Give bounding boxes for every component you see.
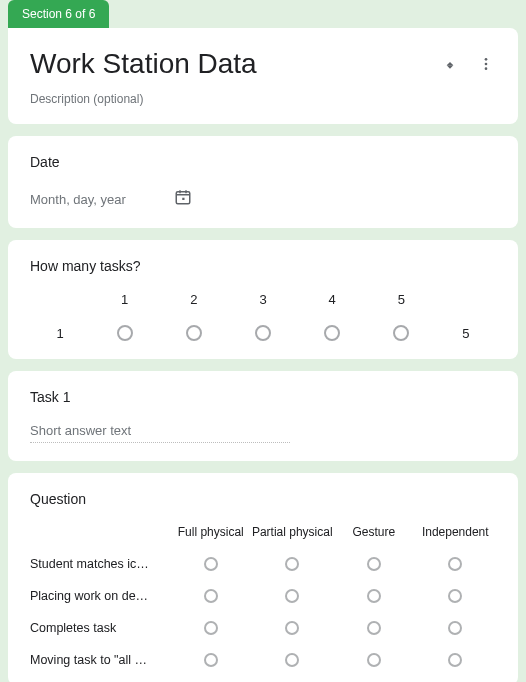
grid-column-header[interactable]: Gesture [333, 525, 415, 539]
grid-radio[interactable] [204, 557, 218, 571]
scale-option-label: 1 [90, 292, 159, 307]
grid-row-label[interactable]: Completes task [30, 621, 170, 635]
section-description[interactable]: Description (optional) [30, 92, 496, 106]
scale-option-label: 2 [159, 292, 228, 307]
section-badge: Section 6 of 6 [8, 0, 109, 28]
grid-radio[interactable] [285, 621, 299, 635]
svg-point-1 [485, 63, 488, 66]
collapse-icon[interactable] [440, 54, 460, 74]
grid-column-header[interactable]: Independent [415, 525, 497, 539]
svg-point-2 [485, 67, 488, 70]
grid-radio[interactable] [367, 621, 381, 635]
grid-question-card: Question Full physical Partial physical … [8, 473, 518, 682]
scale-high-label[interactable]: 5 [436, 326, 496, 341]
grid-row-label[interactable]: Student matches ic… [30, 557, 170, 571]
scale-radio[interactable] [255, 325, 271, 341]
calendar-icon [174, 188, 192, 210]
question-title[interactable]: Task 1 [30, 389, 496, 405]
grid-radio[interactable] [367, 557, 381, 571]
scale-radio[interactable] [186, 325, 202, 341]
date-placeholder: Month, day, year [30, 192, 126, 207]
scale-radio[interactable] [393, 325, 409, 341]
grid-radio[interactable] [204, 653, 218, 667]
section-header-card: Work Station Data Description (optional) [8, 28, 518, 124]
grid-column-header[interactable]: Partial physical [252, 525, 334, 539]
section-title[interactable]: Work Station Data [30, 48, 257, 80]
scale-radio[interactable] [324, 325, 340, 341]
grid-radio[interactable] [285, 653, 299, 667]
scale-option-label: 4 [298, 292, 367, 307]
question-title[interactable]: How many tasks? [30, 258, 496, 274]
grid-row-label[interactable]: Moving task to "all … [30, 653, 170, 667]
svg-rect-7 [182, 198, 184, 200]
scale-option-label: 5 [367, 292, 436, 307]
grid-radio[interactable] [367, 653, 381, 667]
grid-radio[interactable] [448, 557, 462, 571]
grid-radio[interactable] [367, 589, 381, 603]
grid-row-label[interactable]: Placing work on de… [30, 589, 170, 603]
grid-radio[interactable] [204, 589, 218, 603]
date-question-card: Date Month, day, year [8, 136, 518, 228]
grid-radio[interactable] [285, 557, 299, 571]
grid-radio[interactable] [285, 589, 299, 603]
grid-column-header[interactable]: Full physical [170, 525, 252, 539]
short-answer-card: Task 1 Short answer text [8, 371, 518, 461]
scale-question-card: How many tasks? 1 2 3 4 5 1 5 [8, 240, 518, 359]
short-answer-placeholder: Short answer text [30, 423, 290, 443]
more-vert-icon[interactable] [476, 54, 496, 74]
svg-point-0 [485, 58, 488, 61]
scale-low-label[interactable]: 1 [30, 326, 90, 341]
grid-radio[interactable] [448, 589, 462, 603]
scale-option-label: 3 [228, 292, 297, 307]
grid-radio[interactable] [448, 621, 462, 635]
grid-radio[interactable] [448, 653, 462, 667]
scale-radio[interactable] [117, 325, 133, 341]
question-title[interactable]: Date [30, 154, 496, 170]
question-title[interactable]: Question [30, 491, 496, 507]
grid-radio[interactable] [204, 621, 218, 635]
